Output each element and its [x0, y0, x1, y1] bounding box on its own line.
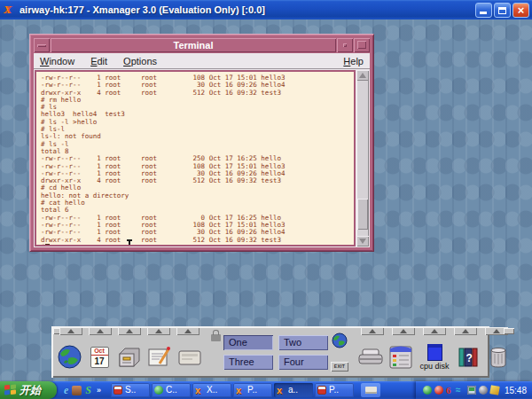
subpanel-arrow-tab[interactable] [361, 327, 384, 335]
tray-green-sphere-icon[interactable] [423, 386, 432, 395]
exit-button[interactable]: EXIT [331, 362, 348, 372]
cde-front-panel: Oct 17 [51, 326, 489, 378]
terminal-window[interactable]: Terminal Window Edit Options Help -rw-r-… [29, 34, 374, 252]
xmanager-x-icon: x [195, 386, 204, 395]
svg-text:?: ? [466, 352, 473, 364]
busy-globe-icon [332, 332, 348, 348]
subpanel-arrow-tab[interactable] [59, 327, 82, 335]
menu-help[interactable]: Help [343, 56, 364, 66]
tray-gray-sphere-icon[interactable] [479, 386, 488, 395]
menu-window[interactable]: Window [40, 56, 74, 66]
tray-clock: 15:48 [505, 386, 527, 395]
task-button-active[interactable]: xa.. [274, 383, 313, 397]
terminal-block-cursor [45, 244, 50, 246]
close-button[interactable]: × [512, 3, 529, 18]
app-icon [113, 386, 122, 395]
lock-column [209, 332, 223, 372]
xp-titlebar[interactable]: X airway-hk:177 - Xmanager 3.0 (Evaluati… [0, 0, 532, 20]
web-globe-icon[interactable] [56, 341, 82, 373]
cde-maximize-button[interactable] [354, 38, 370, 52]
terminal-prompt-row: # [36, 244, 354, 246]
subpanel-arrow-tab[interactable] [423, 327, 446, 335]
xmanager-x-icon: x [236, 386, 245, 395]
terminal-text-area[interactable]: -rw-r--r-- 1 root root 108 Oct 17 15:01 … [35, 70, 356, 246]
help-books-icon[interactable]: ? [455, 341, 481, 373]
workspace-buttons: One Two Three Four [223, 335, 328, 370]
menu-options[interactable]: Options [123, 56, 157, 66]
cde-desktop: Terminal Window Edit Options Help -rw-r-… [0, 20, 532, 381]
subpanel-arrow-tab[interactable] [454, 327, 477, 335]
start-button[interactable]: 开始 [0, 381, 57, 399]
quick-launch-app-icon[interactable] [72, 386, 82, 395]
right-icon-row: cpu disk ? [357, 336, 512, 377]
printer-icon[interactable] [357, 341, 384, 373]
tray-swoosh-icon[interactable]: ≈ [456, 386, 465, 395]
cpu-meter-square [427, 344, 442, 361]
task-button[interactable]: xX.. [192, 383, 231, 397]
task-button-row: S.. C.. xX.. xP.. xa.. P.. [111, 383, 354, 397]
task-button[interactable]: C.. [152, 383, 191, 397]
note-editor-icon[interactable] [146, 341, 173, 373]
keyboard-icon [365, 387, 377, 394]
terminal-body: -rw-r--r-- 1 root root 108 Oct 17 15:01 … [34, 69, 370, 247]
window-menu-button[interactable] [34, 38, 50, 52]
subpanel-arrow-tab[interactable] [147, 327, 170, 335]
workspace-two-button[interactable]: Two [278, 335, 328, 350]
calendar-icon[interactable]: Oct 17 [86, 341, 113, 373]
task-button[interactable]: P.. [315, 383, 354, 397]
scroll-down-icon[interactable] [356, 236, 369, 246]
internet-explorer-icon[interactable]: e [64, 384, 68, 397]
workspace-one-button[interactable]: One [223, 335, 273, 350]
window-title: airway-hk:177 - Xmanager 3.0 (Evaluation… [20, 4, 473, 15]
tray-red-sphere-icon[interactable] [434, 386, 443, 395]
trash-can-icon[interactable] [485, 341, 512, 373]
terminal-titlebar[interactable]: Terminal [34, 38, 370, 52]
workspace-three-button[interactable]: Three [223, 355, 273, 370]
terminal-output: -rw-r--r-- 1 root root 108 Oct 17 15:01 … [36, 72, 354, 244]
menu-edit[interactable]: Edit [90, 56, 107, 66]
cde-minimize-button[interactable] [337, 38, 353, 52]
terminal-menubar: Window Edit Options Help [34, 53, 370, 69]
tray-red-app-icon[interactable]: 6 [446, 386, 453, 395]
minimize-icon [480, 12, 487, 14]
task-button[interactable]: S.. [111, 383, 150, 397]
restore-button[interactable] [494, 3, 511, 18]
task-button[interactable]: xP.. [233, 383, 272, 397]
calendar-month: Oct [91, 348, 108, 356]
cpu-disk-label: cpu disk [419, 362, 449, 371]
panel-left-group: Oct 17 [53, 326, 206, 378]
workspace-four-button[interactable]: Four [278, 355, 328, 370]
scrollbar-thumb[interactable] [357, 199, 368, 230]
lock-icon[interactable] [211, 334, 221, 341]
left-subpanel-tabs [56, 327, 203, 336]
busy-exit-column: EXIT [328, 332, 351, 372]
terminal-scrollbar[interactable] [356, 70, 369, 246]
subpanel-arrow-tab[interactable] [176, 327, 200, 335]
file-manager-icon[interactable] [116, 341, 143, 373]
quick-launch-bar: e S » [57, 384, 106, 397]
subpanel-arrow-tab[interactable] [89, 327, 112, 335]
right-subpanel-tabs [357, 327, 512, 336]
windows-logo-icon [4, 385, 16, 396]
chevron-overflow-icon[interactable]: » [97, 386, 101, 395]
green-swirl-app-icon[interactable]: S [85, 384, 91, 397]
language-bar-button[interactable] [361, 383, 380, 397]
style-manager-icon[interactable] [387, 341, 414, 373]
mailer-icon[interactable] [176, 341, 203, 373]
performance-meter-icon[interactable]: cpu disk [418, 341, 451, 373]
tray-gold-app-icon[interactable] [489, 385, 500, 395]
minimize-button[interactable] [475, 3, 492, 18]
tray-monitor-icon[interactable] [467, 386, 476, 395]
restore-icon [498, 7, 506, 14]
xmanager-x-icon: x [277, 386, 286, 395]
subpanel-arrow-tab[interactable] [392, 327, 415, 335]
scrollbar-track[interactable] [356, 81, 369, 236]
subpanel-arrow-tab[interactable] [118, 327, 141, 335]
terminal-title: Terminal [51, 38, 336, 52]
panel-right-group: cpu disk ? [355, 326, 514, 378]
scroll-up-icon[interactable] [356, 70, 369, 81]
start-label: 开始 [20, 383, 41, 398]
left-icon-row: Oct 17 [56, 336, 203, 377]
system-tray: 6 ≈ 15:48 [416, 381, 532, 399]
xmanager-logo-icon: X [4, 4, 16, 16]
